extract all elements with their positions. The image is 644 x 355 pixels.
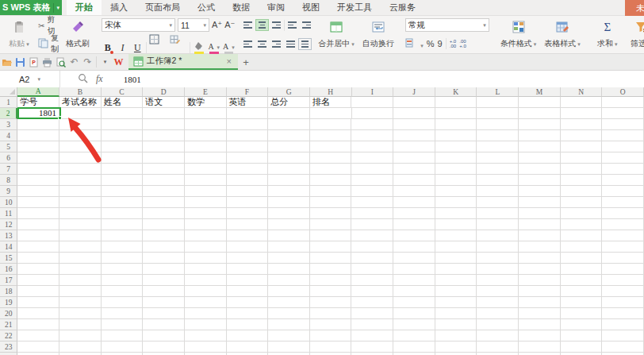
cell-A19[interactable] xyxy=(17,297,59,308)
cell-M19[interactable] xyxy=(519,297,561,308)
row-header-14[interactable]: 14 xyxy=(0,241,17,253)
cell-F16[interactable] xyxy=(227,264,269,275)
cell-N17[interactable] xyxy=(561,275,603,286)
cell-G3[interactable] xyxy=(268,119,310,130)
cell-O16[interactable] xyxy=(602,264,644,275)
cell-G12[interactable] xyxy=(268,219,310,230)
cell-O19[interactable] xyxy=(602,297,644,308)
shrink-font-button[interactable]: A⁻ xyxy=(224,20,235,30)
cell-G6[interactable] xyxy=(268,152,310,164)
cell-A16[interactable] xyxy=(17,264,59,275)
cell-C23[interactable] xyxy=(102,341,144,353)
cell-D13[interactable] xyxy=(143,230,185,241)
cell-E10[interactable] xyxy=(185,197,227,208)
cell-A5[interactable] xyxy=(17,141,59,152)
cell-G2[interactable] xyxy=(268,108,310,119)
customize-quickbar-button[interactable]: ▾ xyxy=(98,54,112,70)
cell-A17[interactable] xyxy=(17,275,59,286)
row-header-11[interactable]: 11 xyxy=(0,208,17,219)
row-header-8[interactable]: 8 xyxy=(0,175,17,186)
cell-J19[interactable] xyxy=(393,297,435,308)
cell-K21[interactable] xyxy=(435,319,477,330)
cell-A8[interactable] xyxy=(17,175,59,186)
cell-A1[interactable]: 学号 xyxy=(17,97,59,108)
close-tab-icon[interactable]: × xyxy=(227,56,232,66)
row-header-19[interactable]: 19 xyxy=(0,297,17,308)
cell-I6[interactable] xyxy=(351,152,393,164)
cell-K16[interactable] xyxy=(435,264,477,275)
cell-D22[interactable] xyxy=(143,330,185,341)
cell-O6[interactable] xyxy=(602,152,644,164)
cell-E19[interactable] xyxy=(185,297,227,308)
cell-N11[interactable] xyxy=(561,208,603,219)
cell-L14[interactable] xyxy=(477,241,519,253)
cell-L5[interactable] xyxy=(477,141,519,152)
increase-decimal-button[interactable]: +.0 .00 xyxy=(450,39,457,48)
cell-G23[interactable] xyxy=(268,341,310,353)
cell-L7[interactable] xyxy=(477,164,519,175)
cell-M22[interactable] xyxy=(519,330,561,341)
cell-D14[interactable] xyxy=(143,241,185,253)
export-pdf-button[interactable]: P xyxy=(27,54,40,70)
paste-button[interactable]: 粘贴 xyxy=(3,18,35,51)
cell-L9[interactable] xyxy=(477,186,519,197)
cell-E12[interactable] xyxy=(185,219,227,230)
cell-N21[interactable] xyxy=(561,319,603,330)
cell-B11[interactable] xyxy=(59,208,102,219)
cell-D17[interactable] xyxy=(143,275,185,286)
cell-A14[interactable] xyxy=(17,241,59,253)
cell-F20[interactable] xyxy=(227,308,269,319)
cell-J6[interactable] xyxy=(393,152,435,164)
row-header-23[interactable]: 23 xyxy=(0,341,17,353)
cell-N1[interactable] xyxy=(561,97,603,108)
cell-L13[interactable] xyxy=(477,230,519,241)
cell-M16[interactable] xyxy=(519,264,561,275)
cell-N13[interactable] xyxy=(561,230,603,241)
cell-C20[interactable] xyxy=(102,308,144,319)
cell-M5[interactable] xyxy=(519,141,561,152)
cell-F19[interactable] xyxy=(227,297,269,308)
cell-D5[interactable] xyxy=(143,141,185,152)
cell-O4[interactable] xyxy=(602,130,644,141)
cell-H4[interactable] xyxy=(310,130,352,141)
cell-B4[interactable] xyxy=(59,130,102,141)
cell-H15[interactable] xyxy=(310,253,352,264)
cell-M12[interactable] xyxy=(519,219,561,230)
cell-E16[interactable] xyxy=(185,264,227,275)
cell-L15[interactable] xyxy=(477,253,519,264)
cell-O10[interactable] xyxy=(602,197,644,208)
cell-J22[interactable] xyxy=(393,330,435,341)
column-header-B[interactable]: B xyxy=(59,87,102,97)
cell-N10[interactable] xyxy=(561,197,603,208)
menu-tab-review[interactable]: 审阅 xyxy=(259,0,293,15)
cell-K7[interactable] xyxy=(435,164,477,175)
column-header-G[interactable]: G xyxy=(268,87,310,97)
cell-K3[interactable] xyxy=(435,119,477,130)
cell-M11[interactable] xyxy=(519,208,561,219)
cell-H18[interactable] xyxy=(310,286,352,297)
cell-D15[interactable] xyxy=(143,253,185,264)
cell-O8[interactable] xyxy=(602,175,644,186)
cell-I11[interactable] xyxy=(351,208,393,219)
cell-G15[interactable] xyxy=(268,253,310,264)
cell-H17[interactable] xyxy=(310,275,352,286)
cell-F7[interactable] xyxy=(227,164,269,175)
copy-button[interactable]: 复制 xyxy=(36,37,60,50)
cell-C13[interactable] xyxy=(102,230,144,241)
cell-H6[interactable] xyxy=(310,152,352,164)
cell-A6[interactable] xyxy=(17,152,59,164)
cell-F17[interactable] xyxy=(227,275,269,286)
cell-D11[interactable] xyxy=(143,208,185,219)
cell-E21[interactable] xyxy=(185,319,227,330)
cell-L16[interactable] xyxy=(477,264,519,275)
cell-C6[interactable] xyxy=(102,152,144,164)
column-header-N[interactable]: N xyxy=(561,87,603,97)
cell-F23[interactable] xyxy=(227,341,269,353)
cell-D20[interactable] xyxy=(143,308,185,319)
cell-D6[interactable] xyxy=(143,152,185,164)
cell-A18[interactable] xyxy=(17,286,59,297)
cell-I18[interactable] xyxy=(351,286,393,297)
cell-G5[interactable] xyxy=(268,141,310,152)
align-left-button[interactable] xyxy=(241,38,255,50)
cell-F22[interactable] xyxy=(227,330,269,341)
